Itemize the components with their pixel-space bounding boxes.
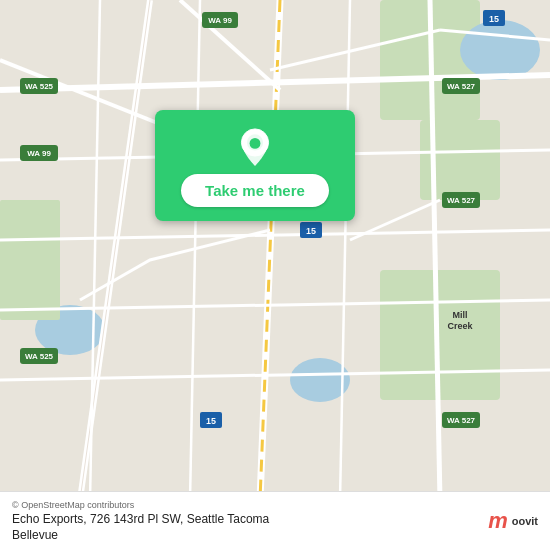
- location-pin-icon: [236, 128, 274, 166]
- take-me-there-button[interactable]: Take me there: [181, 174, 329, 207]
- moovit-m-icon: m: [488, 508, 508, 534]
- osm-credit: © OpenStreetMap contributors: [12, 500, 269, 510]
- svg-text:15: 15: [306, 226, 316, 236]
- svg-text:15: 15: [206, 416, 216, 426]
- address-text-line2: Bellevue: [12, 528, 269, 542]
- svg-text:WA 527: WA 527: [447, 416, 476, 425]
- svg-text:WA 527: WA 527: [447, 196, 476, 205]
- moovit-brand-text: oovit: [512, 515, 538, 527]
- svg-text:WA 99: WA 99: [208, 16, 232, 25]
- svg-point-4: [460, 20, 540, 80]
- map-container: WA 99 15 WA 525 WA 527 WA 99 WA 527 15 W…: [0, 0, 550, 550]
- svg-text:WA 525: WA 525: [25, 352, 54, 361]
- svg-text:WA 527: WA 527: [447, 82, 476, 91]
- svg-text:WA 99: WA 99: [27, 149, 51, 158]
- address-text: Echo Exports, 726 143rd Pl SW, Seattle T…: [12, 512, 269, 526]
- svg-rect-7: [0, 200, 60, 320]
- svg-text:Creek: Creek: [447, 321, 473, 331]
- svg-text:WA 525: WA 525: [25, 82, 54, 91]
- svg-text:15: 15: [489, 14, 499, 24]
- svg-text:Mill: Mill: [453, 310, 468, 320]
- moovit-logo: m oovit: [488, 508, 538, 534]
- address-section: © OpenStreetMap contributors Echo Export…: [12, 500, 269, 542]
- bottom-bar: © OpenStreetMap contributors Echo Export…: [0, 491, 550, 550]
- svg-point-39: [250, 138, 261, 149]
- location-card: Take me there: [155, 110, 355, 221]
